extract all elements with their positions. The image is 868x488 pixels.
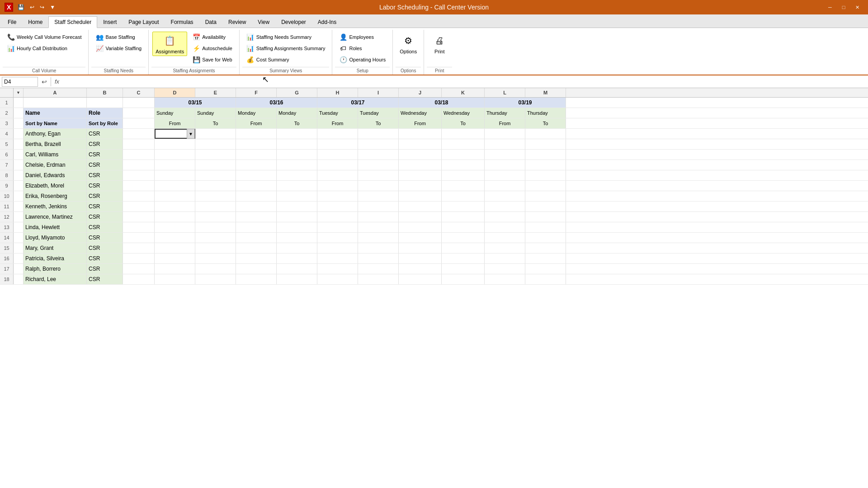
- r17-M[interactable]: [525, 264, 566, 274]
- r7-F[interactable]: [236, 160, 277, 170]
- r2-I[interactable]: Tuesday: [358, 108, 399, 118]
- r6-F[interactable]: [236, 150, 277, 160]
- employee-name-16[interactable]: Patricia, Silveira: [24, 253, 87, 263]
- r15-I[interactable]: [358, 243, 399, 253]
- operating-hours-button[interactable]: 🕐 Operating Hours: [336, 54, 389, 65]
- r5-H[interactable]: [317, 139, 358, 149]
- row-num-17[interactable]: 17: [0, 264, 14, 274]
- r6-D[interactable]: [155, 150, 195, 160]
- r2-B[interactable]: Role: [87, 108, 123, 118]
- r9-C[interactable]: [123, 181, 155, 191]
- col-header-M[interactable]: M: [525, 88, 566, 97]
- r4-G[interactable]: [277, 129, 317, 139]
- quick-access-dropdown[interactable]: ▼: [48, 3, 57, 11]
- r18-L[interactable]: [485, 274, 525, 284]
- row-num-1[interactable]: 1: [0, 98, 14, 108]
- r9-J[interactable]: [399, 181, 442, 191]
- row-num-15[interactable]: 15: [0, 243, 14, 253]
- r14-F[interactable]: [236, 233, 277, 243]
- r8-G[interactable]: [277, 170, 317, 180]
- r9-F[interactable]: [236, 181, 277, 191]
- r13-M[interactable]: [525, 222, 566, 232]
- r4-sel[interactable]: [14, 129, 24, 139]
- r2-K[interactable]: Wednesday: [442, 108, 485, 118]
- r17-sel[interactable]: [14, 264, 24, 274]
- r9-H[interactable]: [317, 181, 358, 191]
- r14-L[interactable]: [485, 233, 525, 243]
- employees-button[interactable]: 👤 Employees: [336, 32, 389, 42]
- r17-E[interactable]: [195, 264, 236, 274]
- col-header-D[interactable]: D: [155, 88, 195, 97]
- r18-C[interactable]: [123, 274, 155, 284]
- r8-E[interactable]: [195, 170, 236, 180]
- r15-E[interactable]: [195, 243, 236, 253]
- r1-B[interactable]: [87, 98, 123, 108]
- r2-sel[interactable]: [14, 108, 24, 118]
- r8-L[interactable]: [485, 170, 525, 180]
- r4-K[interactable]: [442, 129, 485, 139]
- weekly-call-volume-forecast-button[interactable]: 📞 Weekly Call Volume Forecast: [4, 32, 85, 42]
- r18-E[interactable]: [195, 274, 236, 284]
- r3-G[interactable]: To: [277, 118, 317, 128]
- employee-role-4[interactable]: CSR: [87, 129, 123, 139]
- r4-H[interactable]: [317, 129, 358, 139]
- r16-G[interactable]: [277, 253, 317, 263]
- r1-C[interactable]: [123, 98, 155, 108]
- tab-file[interactable]: File: [2, 16, 22, 28]
- col-header-I[interactable]: I: [358, 88, 399, 97]
- r15-C[interactable]: [123, 243, 155, 253]
- r5-L[interactable]: [485, 139, 525, 149]
- r17-K[interactable]: [442, 264, 485, 274]
- r17-H[interactable]: [317, 264, 358, 274]
- employee-role-12[interactable]: CSR: [87, 212, 123, 222]
- r17-D[interactable]: [155, 264, 195, 274]
- employee-role-8[interactable]: CSR: [87, 170, 123, 180]
- employee-name-11[interactable]: Kenneth, Jenkins: [24, 202, 87, 211]
- r9-L[interactable]: [485, 181, 525, 191]
- r9-G[interactable]: [277, 181, 317, 191]
- window-buttons[interactable]: ─ □ ✕: [824, 3, 863, 12]
- sort-by-name-cell[interactable]: Sort by Name: [24, 118, 87, 128]
- r9-M[interactable]: [525, 181, 566, 191]
- employee-role-18[interactable]: CSR: [87, 274, 123, 284]
- r7-I[interactable]: [358, 160, 399, 170]
- r3-C[interactable]: [123, 118, 155, 128]
- r12-C[interactable]: [123, 212, 155, 222]
- row-num-3[interactable]: 3: [0, 118, 14, 128]
- r12-sel[interactable]: [14, 212, 24, 222]
- r8-H[interactable]: [317, 170, 358, 180]
- r14-I[interactable]: [358, 233, 399, 243]
- r7-G[interactable]: [277, 160, 317, 170]
- tab-formulas[interactable]: Formulas: [165, 16, 199, 28]
- r11-K[interactable]: [442, 202, 485, 211]
- r8-K[interactable]: [442, 170, 485, 180]
- availability-button[interactable]: 📅 Availability: [189, 32, 236, 42]
- r14-sel[interactable]: [14, 233, 24, 243]
- r16-M[interactable]: [525, 253, 566, 263]
- r2-D[interactable]: Sunday: [155, 108, 195, 118]
- tab-add-ins[interactable]: Add-Ins: [312, 16, 342, 28]
- r11-F[interactable]: [236, 202, 277, 211]
- r18-K[interactable]: [442, 274, 485, 284]
- r15-sel[interactable]: [14, 243, 24, 253]
- r13-I[interactable]: [358, 222, 399, 232]
- r5-C[interactable]: [123, 139, 155, 149]
- r6-M[interactable]: [525, 150, 566, 160]
- r17-L[interactable]: [485, 264, 525, 274]
- r10-L[interactable]: [485, 191, 525, 201]
- r14-H[interactable]: [317, 233, 358, 243]
- col-header-H[interactable]: H: [317, 88, 358, 97]
- r16-D[interactable]: [155, 253, 195, 263]
- r11-sel[interactable]: [14, 202, 24, 211]
- tab-view[interactable]: View: [252, 16, 275, 28]
- tab-review[interactable]: Review: [222, 16, 252, 28]
- tab-staff-scheduler[interactable]: Staff Scheduler: [48, 16, 97, 28]
- r5-I[interactable]: [358, 139, 399, 149]
- employee-name-18[interactable]: Richard, Lee: [24, 274, 87, 284]
- r1-F[interactable]: 03/16: [236, 98, 317, 108]
- cell-dropdown-arrow[interactable]: ▼: [187, 129, 195, 139]
- r16-J[interactable]: [399, 253, 442, 263]
- employee-role-5[interactable]: CSR: [87, 139, 123, 149]
- employee-name-10[interactable]: Erika, Rosenberg: [24, 191, 87, 201]
- r7-D[interactable]: [155, 160, 195, 170]
